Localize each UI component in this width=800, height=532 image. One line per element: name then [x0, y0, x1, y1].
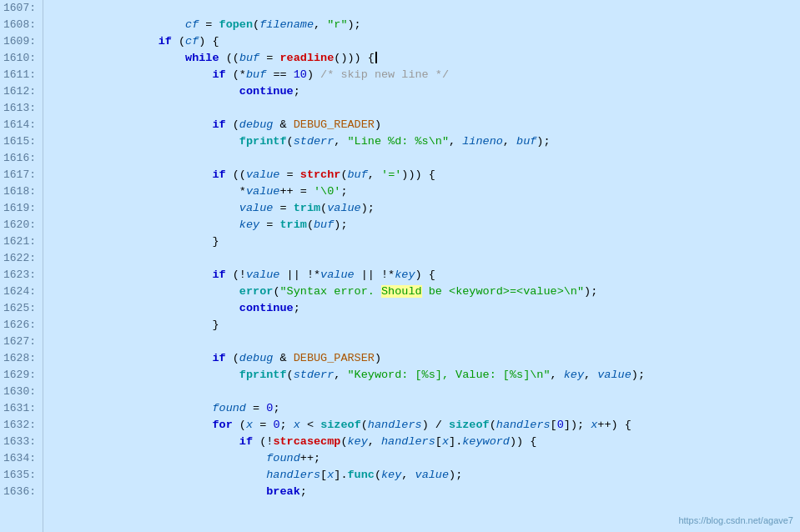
line-1630: found = 0;	[50, 384, 800, 400]
line-num-1631: 1631:	[3, 400, 36, 417]
line-num-1608: 1608:	[3, 17, 36, 33]
line-num-1616: 1616:	[3, 150, 36, 167]
code-editor: 1607: 1608: 1609: 1610: 1611: 1612: 1613…	[0, 0, 800, 532]
line-num-1633: 1633:	[3, 434, 36, 450]
line-1627: if (debug & DEBUG_PARSER)	[50, 334, 800, 350]
line-num-1614: 1614:	[3, 117, 36, 133]
line-1613: if (debug & DEBUG_READER)	[50, 100, 800, 117]
line-num-1629: 1629:	[3, 367, 36, 384]
line-num-1607: 1607:	[3, 0, 36, 17]
line-num-1628: 1628:	[3, 350, 36, 367]
line-num-1623: 1623:	[3, 267, 36, 284]
line-num-1625: 1625:	[3, 300, 36, 317]
line-num-1609: 1609:	[3, 33, 36, 50]
code-lines: cf = fopen(filename, "r"); if (cf) { whi…	[43, 0, 800, 500]
code-content[interactable]: cf = fopen(filename, "r"); if (cf) { whi…	[43, 0, 800, 532]
line-num-1615: 1615:	[3, 133, 36, 150]
line-num-1622: 1622:	[3, 250, 36, 267]
line-num-1620: 1620:	[3, 217, 36, 233]
line-num-1613: 1613:	[3, 100, 36, 117]
line-num-1621: 1621:	[3, 233, 36, 250]
line-num-1612: 1612:	[3, 83, 36, 100]
line-num-1635: 1635:	[3, 467, 36, 484]
line-num-1611: 1611:	[3, 67, 36, 83]
line-num-1636: 1636:	[3, 484, 36, 500]
line-num-1634: 1634:	[3, 450, 36, 467]
line-num-1618: 1618:	[3, 183, 36, 200]
line-num-1627: 1627:	[3, 334, 36, 350]
line-1616: if ((value = strchr(buf, '='))) {	[50, 150, 800, 167]
line-num-1610: 1610:	[3, 50, 36, 67]
line-num-1619: 1619:	[3, 200, 36, 217]
watermark: https://blog.csdn.net/agave7	[678, 512, 793, 529]
line-1607: cf = fopen(filename, "r");	[50, 0, 800, 17]
line-num-1626: 1626:	[3, 317, 36, 334]
line-num-1632: 1632:	[3, 417, 36, 434]
line-num-1617: 1617:	[3, 167, 36, 183]
line-num-1624: 1624:	[3, 284, 36, 300]
line-num-1630: 1630:	[3, 384, 36, 400]
line-1622: if (!value || !*value || !*key) {	[50, 250, 800, 267]
line-numbers: 1607: 1608: 1609: 1610: 1611: 1612: 1613…	[0, 0, 43, 532]
